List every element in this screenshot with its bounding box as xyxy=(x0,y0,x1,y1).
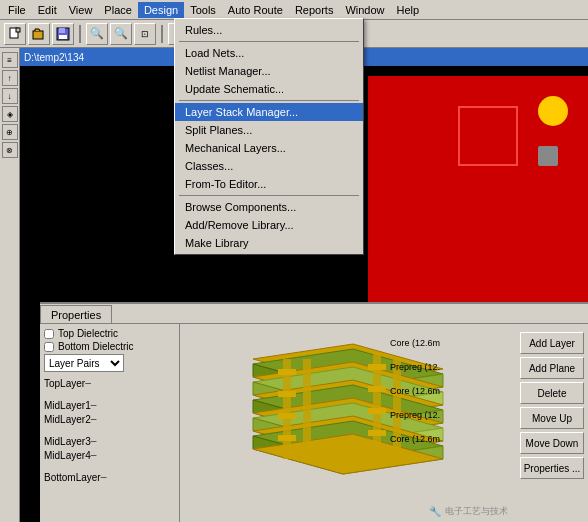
sidebar-btn-2[interactable]: ↑ xyxy=(2,70,18,86)
menu-help[interactable]: Help xyxy=(391,2,426,18)
bottomlayer-label: BottomLayer xyxy=(44,472,101,483)
prepreg-label-2: Prepreg (12. xyxy=(390,410,440,420)
top-dielectric-checkbox[interactable] xyxy=(44,329,54,339)
menu-sep-3 xyxy=(179,195,359,196)
svg-rect-31 xyxy=(278,369,296,375)
core-label-1: Core (12.6m xyxy=(390,338,440,348)
top-dielectric-row: Top Dielectric xyxy=(44,328,175,339)
menu-sep-2 xyxy=(179,100,359,101)
layer-bottomlayer: BottomLayer ─ xyxy=(44,472,175,483)
top-dielectric-label: Top Dielectric xyxy=(58,328,118,339)
menu-design[interactable]: Design xyxy=(138,2,184,18)
menu-edit[interactable]: Edit xyxy=(32,2,63,18)
left-sidebar: ≡ ↑ ↓ ◈ ⊕ ⊗ xyxy=(0,48,20,522)
watermark: 🔧 电子工艺与技术 xyxy=(429,505,508,518)
layer-midlayer4: MidLayer4 ─ xyxy=(44,450,175,461)
menu-load-nets[interactable]: Load Nets... xyxy=(175,44,363,62)
layer-labels-right: Core (12.6m Prepreg (12. Core (12.6m Pre… xyxy=(390,338,440,444)
delete-btn[interactable]: Delete xyxy=(520,382,584,404)
toolbar-sep-1 xyxy=(79,25,81,43)
midlayer1-label: MidLayer1 xyxy=(44,400,91,411)
layer-pairs-select[interactable]: Layer Pairs xyxy=(44,354,124,372)
open-btn[interactable] xyxy=(28,23,50,45)
menubar: File Edit View Place Design Tools Auto R… xyxy=(0,0,588,20)
add-layer-btn[interactable]: Add Layer xyxy=(520,332,584,354)
svg-rect-5 xyxy=(59,35,67,39)
tab-properties[interactable]: Properties xyxy=(40,305,112,323)
bottom-dielectric-label: Bottom Dielectric xyxy=(58,341,134,352)
midlayer4-label: MidLayer4 xyxy=(44,450,91,461)
layer-midlayer2: MidLayer2 ─ xyxy=(44,414,175,425)
menu-sep-1 xyxy=(179,41,359,42)
design-dropdown-menu: Rules... Load Nets... Netlist Manager...… xyxy=(174,18,364,255)
sidebar-btn-5[interactable]: ⊕ xyxy=(2,124,18,140)
menu-classes[interactable]: Classes... xyxy=(175,157,363,175)
move-up-btn[interactable]: Move Up xyxy=(520,407,584,429)
layer-midlayer1: MidLayer1 ─ xyxy=(44,400,175,411)
add-plane-btn[interactable]: Add Plane xyxy=(520,357,584,379)
sidebar-btn-1[interactable]: ≡ xyxy=(2,52,18,68)
menu-rules[interactable]: Rules... xyxy=(175,21,363,39)
menu-window[interactable]: Window xyxy=(339,2,390,18)
pcb-3d-view: Core (12.6m Prepreg (12. Core (12.6m Pre… xyxy=(180,324,516,522)
svg-rect-4 xyxy=(59,28,65,33)
svg-rect-37 xyxy=(368,408,386,414)
svg-rect-34 xyxy=(278,435,296,441)
toolbar-sep-2 xyxy=(161,25,163,43)
layer-panel: Top Dielectric Bottom Dielectric Layer P… xyxy=(40,324,180,522)
layer-midlayer3: MidLayer3 ─ xyxy=(44,436,175,447)
save-btn[interactable] xyxy=(52,23,74,45)
menu-tools[interactable]: Tools xyxy=(184,2,222,18)
svg-rect-28 xyxy=(303,359,311,459)
pcb-title: D:\temp2\134 xyxy=(24,52,84,63)
svg-rect-33 xyxy=(278,413,296,419)
svg-rect-2 xyxy=(33,31,43,39)
new-btn[interactable] xyxy=(4,23,26,45)
menu-reports[interactable]: Reports xyxy=(289,2,340,18)
core-label-3: Core (12.6m xyxy=(390,434,440,444)
sidebar-btn-6[interactable]: ⊗ xyxy=(2,142,18,158)
sidebar-btn-3[interactable]: ↓ xyxy=(2,88,18,104)
menu-from-to[interactable]: From-To Editor... xyxy=(175,175,363,193)
menu-netlist-manager[interactable]: Netlist Manager... xyxy=(175,62,363,80)
properties-panel: Properties Top Dielectric Bottom Dielect… xyxy=(40,302,588,522)
menu-view[interactable]: View xyxy=(63,2,99,18)
svg-rect-1 xyxy=(16,28,20,32)
svg-rect-38 xyxy=(368,430,386,436)
zoom-in-btn[interactable]: 🔍 xyxy=(86,23,108,45)
svg-rect-35 xyxy=(368,364,386,370)
zoom-out-btn[interactable]: 🔍 xyxy=(110,23,132,45)
bottom-dielectric-row: Bottom Dielectric xyxy=(44,341,175,352)
move-down-btn[interactable]: Move Down xyxy=(520,432,584,454)
menu-file[interactable]: File xyxy=(2,2,32,18)
bottom-dielectric-checkbox[interactable] xyxy=(44,342,54,352)
sidebar-btn-4[interactable]: ◈ xyxy=(2,106,18,122)
menu-place[interactable]: Place xyxy=(98,2,138,18)
svg-rect-32 xyxy=(278,391,296,397)
menu-layer-stack[interactable]: Layer Stack Manager... xyxy=(175,103,363,121)
layer-toplayer: TopLayer ─ xyxy=(44,378,175,389)
midlayer2-label: MidLayer2 xyxy=(44,414,91,425)
menu-update-schematic[interactable]: Update Schematic... xyxy=(175,80,363,98)
menu-mechanical-layers[interactable]: Mechanical Layers... xyxy=(175,139,363,157)
properties-tabs: Properties xyxy=(40,304,588,324)
prepreg-label-1: Prepreg (12. xyxy=(390,362,440,372)
right-btn-panel: Add Layer Add Plane Delete Move Up Move … xyxy=(516,324,588,522)
menu-browse-components[interactable]: Browse Components... xyxy=(175,198,363,216)
midlayer3-label: MidLayer3 xyxy=(44,436,91,447)
menu-add-remove-library[interactable]: Add/Remove Library... xyxy=(175,216,363,234)
layer-dropdown-row: Layer Pairs xyxy=(44,354,175,372)
menu-make-library[interactable]: Make Library xyxy=(175,234,363,252)
core-label-2: Core (12.6m xyxy=(390,386,440,396)
toplayer-label: TopLayer xyxy=(44,378,85,389)
properties-btn[interactable]: Properties ... xyxy=(520,457,584,479)
menu-split-planes[interactable]: Split Planes... xyxy=(175,121,363,139)
svg-rect-36 xyxy=(368,386,386,392)
zoom-fit-btn[interactable]: ⊡ xyxy=(134,23,156,45)
watermark-text: 电子工艺与技术 xyxy=(445,505,508,518)
menu-autoroute[interactable]: Auto Route xyxy=(222,2,289,18)
layer-list: TopLayer ─ MidLayer1 ─ MidLayer2 ─ xyxy=(44,378,175,483)
properties-content: Top Dielectric Bottom Dielectric Layer P… xyxy=(40,324,588,522)
